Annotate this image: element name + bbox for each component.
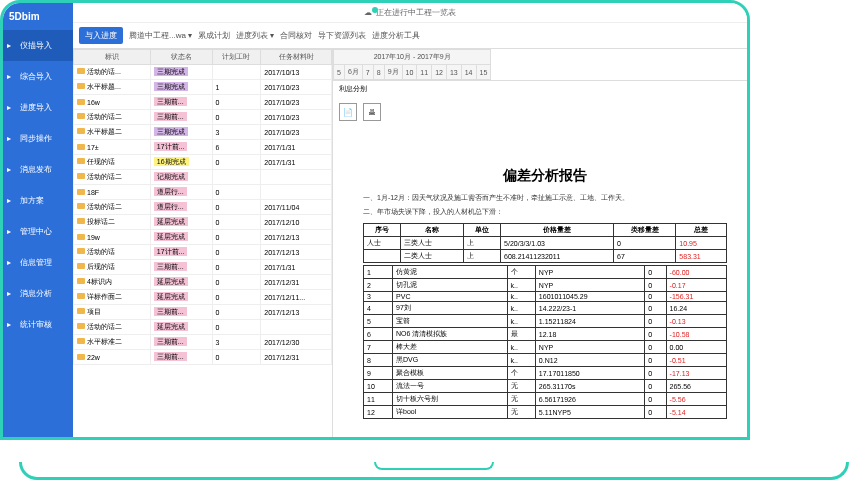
- status-cell: 三期前...: [150, 95, 212, 110]
- status-cell: 延层完成: [150, 215, 212, 230]
- date-cell: 2017/11/04: [261, 200, 332, 215]
- date-range-header: 2017年10月 - 2017年9月: [334, 50, 491, 65]
- report-row: 10流法一号无265.31170s0265.56: [364, 380, 727, 393]
- report-line2: 二、年市场失误下降，投入的人材机总下滑：: [363, 207, 727, 217]
- table-row[interactable]: 22w三期前...02017/12/31: [74, 350, 332, 365]
- sidebar-item-2[interactable]: ▸进度导入: [3, 92, 73, 123]
- folder-icon: [77, 263, 85, 269]
- date-cell: 2017/12/13: [261, 245, 332, 260]
- month-header: 13: [446, 65, 461, 80]
- report-row: 6NO6 清清模拟族最12.180-10.58: [364, 328, 727, 341]
- table-row[interactable]: 投标话二延层完成02017/12/10: [74, 215, 332, 230]
- nav-icon: ▸: [7, 289, 17, 299]
- print-icon[interactable]: 🖶: [363, 103, 381, 121]
- month-header: 5: [334, 65, 345, 80]
- sidebar-item-6[interactable]: ▸管理中心: [3, 216, 73, 247]
- val-cell: 0: [212, 260, 261, 275]
- task-name: 详标作面二: [74, 290, 151, 305]
- analysis-tool[interactable]: 进度分析工具: [372, 30, 420, 41]
- date-cell: 2017/10/23: [261, 80, 332, 95]
- sidebar-item-1[interactable]: ▸综合导入: [3, 61, 73, 92]
- status-cell: 道层行...: [150, 185, 212, 200]
- folder-icon: [77, 173, 85, 179]
- table-row[interactable]: 18F道层行...0: [74, 185, 332, 200]
- month-header: 8: [373, 65, 384, 80]
- report-material-table: 1仿黄泥个NYP0-60.002切孔泥k..NYP0-0.173PVCk..16…: [363, 265, 727, 419]
- sidebar-item-7[interactable]: ▸信息管理: [3, 247, 73, 278]
- table-row[interactable]: 活动的话17计前...02017/12/13: [74, 245, 332, 260]
- task-name: 活动的话二: [74, 320, 151, 335]
- date-cell: 2017/12/31: [261, 275, 332, 290]
- status-cell: 道层行...: [150, 200, 212, 215]
- date-cell: [261, 320, 332, 335]
- sidebar-item-0[interactable]: ▸仪描导入: [3, 30, 73, 61]
- progress-list-dropdown[interactable]: 进度列表 ▾: [236, 30, 274, 41]
- nav-label: 信息管理: [20, 257, 52, 268]
- folder-icon: [77, 278, 85, 284]
- folder-icon: [77, 68, 85, 74]
- folder-icon: [77, 248, 85, 254]
- report-row: 11切十板六号别无6.561719260-5.56: [364, 393, 727, 406]
- status-cell: 延层完成: [150, 290, 212, 305]
- task-name: 水平标题...: [74, 80, 151, 95]
- table-row[interactable]: 项目三期前...02017/12/13: [74, 305, 332, 320]
- nav-label: 消息发布: [20, 164, 52, 175]
- toolbar: 与入进度 腾道中工程...wa ▾ 累成计划 进度列表 ▾ 合同核对 导下资源列…: [73, 23, 747, 49]
- sidebar-item-5[interactable]: ▸加方案: [3, 185, 73, 216]
- report-col: 总差: [676, 224, 727, 237]
- export-resource-list[interactable]: 导下资源列表: [318, 30, 366, 41]
- task-name: 活动的话: [74, 245, 151, 260]
- import-progress-button[interactable]: 与入进度: [79, 27, 123, 44]
- table-row[interactable]: 水平标题...三期完成12017/10/23: [74, 80, 332, 95]
- table-row[interactable]: 活动的话二道层行...02017/11/04: [74, 200, 332, 215]
- status-cell: 17计前...: [150, 140, 212, 155]
- table-row[interactable]: 活动的话二记期完成: [74, 170, 332, 185]
- val-cell: 3: [212, 125, 261, 140]
- report-row: 497刘k..14.222/23-1016.24: [364, 302, 727, 315]
- nav-label: 统计审核: [20, 319, 52, 330]
- table-row[interactable]: 水平标题二三期完成32017/10/23: [74, 125, 332, 140]
- report-row: 9聚合模板个17.170118500-17.13: [364, 367, 727, 380]
- sidebar-item-3[interactable]: ▸同步操作: [3, 123, 73, 154]
- folder-icon: [77, 203, 85, 209]
- folder-icon: [77, 99, 85, 105]
- date-cell: 2017/12/30: [261, 335, 332, 350]
- folder-icon: [77, 293, 85, 299]
- contract-check[interactable]: 合同核对: [280, 30, 312, 41]
- table-row[interactable]: 4标识内延层完成02017/12/31: [74, 275, 332, 290]
- nav-icon: ▸: [7, 320, 17, 330]
- table-row[interactable]: 19w延层完成02017/12/13: [74, 230, 332, 245]
- val-cell: 3: [212, 335, 261, 350]
- sidebar-item-9[interactable]: ▸统计审核: [3, 309, 73, 340]
- sidebar-item-8[interactable]: ▸消息分析: [3, 278, 73, 309]
- gantt-header: 2017年10月 - 2017年9月 56月789月101112131415: [333, 49, 747, 81]
- table-row[interactable]: 任现的话16期完成02017/1/31: [74, 155, 332, 170]
- folder-icon: [77, 144, 85, 150]
- sidebar-item-4[interactable]: ▸消息发布: [3, 154, 73, 185]
- table-row[interactable]: 水平标准二三期前...32017/12/30: [74, 335, 332, 350]
- date-cell: 2017/1/31: [261, 155, 332, 170]
- folder-icon: [77, 308, 85, 314]
- table-row[interactable]: 后现的话三期前...02017/1/31: [74, 260, 332, 275]
- month-header: 6月: [344, 65, 362, 80]
- task-name: 水平标题二: [74, 125, 151, 140]
- folder-icon: [77, 234, 85, 240]
- table-row[interactable]: 活动的话...三期完成2017/10/13: [74, 65, 332, 80]
- nav-label: 管理中心: [20, 226, 52, 237]
- cumulative-plan[interactable]: 累成计划: [198, 30, 230, 41]
- task-name: 4标识内: [74, 275, 151, 290]
- val-cell: 0: [212, 320, 261, 335]
- table-row[interactable]: 详标作面二延层完成02017/12/11...: [74, 290, 332, 305]
- val-cell: 0: [212, 200, 261, 215]
- doc-icon[interactable]: 📄: [339, 103, 357, 121]
- project-dropdown[interactable]: 腾道中工程...wa ▾: [129, 30, 192, 41]
- date-cell: 2017/12/31: [261, 350, 332, 365]
- report-line1: 一、1月-12月：因天气状况及施工需否而产生不准时，牵扯施工示意、工地、工作天。: [363, 193, 727, 203]
- date-cell: 2017/10/23: [261, 125, 332, 140]
- table-row[interactable]: 活动的话二三期前...02017/10/23: [74, 110, 332, 125]
- val-cell: 0: [212, 230, 261, 245]
- table-row[interactable]: 活动的话二延层完成0: [74, 320, 332, 335]
- table-row[interactable]: 16w三期前...02017/10/23: [74, 95, 332, 110]
- nav-icon: ▸: [7, 258, 17, 268]
- table-row[interactable]: 17±17计前...62017/1/31: [74, 140, 332, 155]
